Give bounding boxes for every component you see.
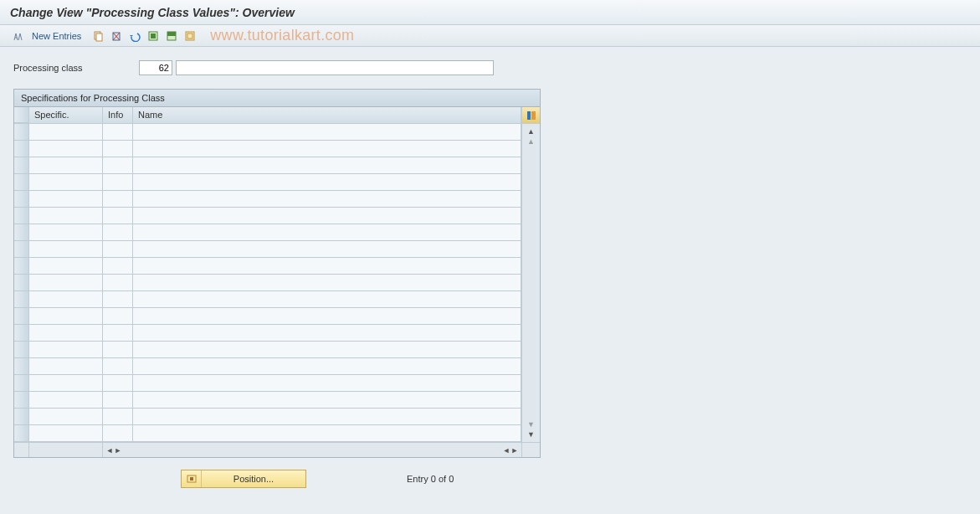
deselect-all-icon[interactable] [182,28,198,44]
cell-specific[interactable] [29,241,103,258]
cell-name[interactable] [133,425,521,442]
row-handle[interactable] [14,375,29,392]
cell-specific[interactable] [29,224,103,241]
table-row[interactable] [14,124,521,141]
cell-specific[interactable] [29,375,103,392]
cell-info[interactable] [103,308,133,325]
table-row[interactable] [14,241,521,258]
cell-specific[interactable] [29,258,103,275]
row-handle[interactable] [14,141,29,157]
table-row[interactable] [14,208,521,224]
table-row[interactable] [14,275,521,291]
table-row[interactable] [14,191,521,208]
cell-name[interactable] [133,191,521,208]
cell-info[interactable] [103,392,133,409]
row-handle[interactable] [14,308,29,325]
row-handle[interactable] [14,358,29,375]
cell-name[interactable] [133,157,521,174]
copy-icon[interactable] [90,28,106,44]
row-handle[interactable] [14,124,29,141]
cell-info[interactable] [103,375,133,392]
table-settings-button[interactable] [521,107,540,123]
row-handle[interactable] [14,224,29,241]
scroll-up-icon[interactable]: ▲ [526,126,537,136]
table-row[interactable] [14,174,521,191]
row-handle[interactable] [14,208,29,224]
cell-name[interactable] [133,275,521,291]
row-handle[interactable] [14,157,29,174]
processing-class-desc-input[interactable] [176,60,494,75]
cell-name[interactable] [133,291,521,308]
cell-specific[interactable] [29,208,103,224]
cell-info[interactable] [103,275,133,291]
cell-info[interactable] [103,191,133,208]
cell-specific[interactable] [29,124,103,141]
cell-info[interactable] [103,174,133,191]
cell-info[interactable] [103,208,133,224]
scroll-right-icon[interactable]: ► [510,446,520,455]
row-handle[interactable] [14,258,29,275]
table-row[interactable] [14,392,521,409]
position-button[interactable]: Position... [181,470,306,488]
cell-info[interactable] [103,141,133,157]
cell-name[interactable] [133,258,521,275]
row-handle[interactable] [14,392,29,409]
row-handle[interactable] [14,241,29,258]
cell-specific[interactable] [29,157,103,174]
scroll-down-icon[interactable]: ▼ [526,429,537,439]
scroll-down-page-icon[interactable]: ▼ [526,419,537,429]
cell-name[interactable] [133,409,521,425]
cell-name[interactable] [133,375,521,392]
cell-name[interactable] [133,141,521,157]
cell-info[interactable] [103,358,133,375]
cell-specific[interactable] [29,308,103,325]
undo-icon[interactable] [126,28,143,44]
row-handle[interactable] [14,291,29,308]
cell-specific[interactable] [29,425,103,442]
table-row[interactable] [14,425,521,442]
cell-specific[interactable] [29,325,103,342]
cell-info[interactable] [103,124,133,141]
delete-icon[interactable] [108,28,125,44]
processing-class-input[interactable] [139,60,172,75]
row-handle[interactable] [14,342,29,358]
cell-name[interactable] [133,174,521,191]
table-row[interactable] [14,258,521,275]
cell-name[interactable] [133,224,521,241]
cell-info[interactable] [103,425,133,442]
cell-name[interactable] [133,325,521,342]
cell-specific[interactable] [29,409,103,425]
cell-specific[interactable] [29,358,103,375]
cell-specific[interactable] [29,141,103,157]
cell-specific[interactable] [29,191,103,208]
row-handle[interactable] [14,174,29,191]
col-header-info[interactable]: Info [103,107,133,123]
cell-specific[interactable] [29,392,103,409]
scroll-up-page-icon[interactable]: ▲ [526,136,537,146]
cell-info[interactable] [103,325,133,342]
col-header-specific[interactable]: Specific. [29,107,103,123]
row-handle[interactable] [14,275,29,291]
select-all-icon[interactable] [145,28,162,44]
cell-name[interactable] [133,124,521,141]
vertical-scrollbar[interactable]: ▲ ▲ ▼ ▼ [521,124,540,442]
row-handle[interactable] [14,425,29,442]
cell-name[interactable] [133,241,521,258]
cell-info[interactable] [103,409,133,425]
horizontal-scrollbar[interactable]: ◄ ► ◄ ► [103,443,521,457]
table-row[interactable] [14,157,521,174]
cell-name[interactable] [133,308,521,325]
row-handle[interactable] [14,325,29,342]
row-handle[interactable] [14,409,29,425]
scroll-left-step-icon[interactable]: ► [113,446,123,455]
toggle-icon[interactable] [10,28,27,44]
row-handle[interactable] [14,191,29,208]
table-row[interactable] [14,325,521,342]
cell-specific[interactable] [29,342,103,358]
select-block-icon[interactable] [163,28,180,44]
cell-name[interactable] [133,342,521,358]
table-row[interactable] [14,141,521,157]
table-row[interactable] [14,409,521,425]
cell-info[interactable] [103,157,133,174]
cell-name[interactable] [133,358,521,375]
